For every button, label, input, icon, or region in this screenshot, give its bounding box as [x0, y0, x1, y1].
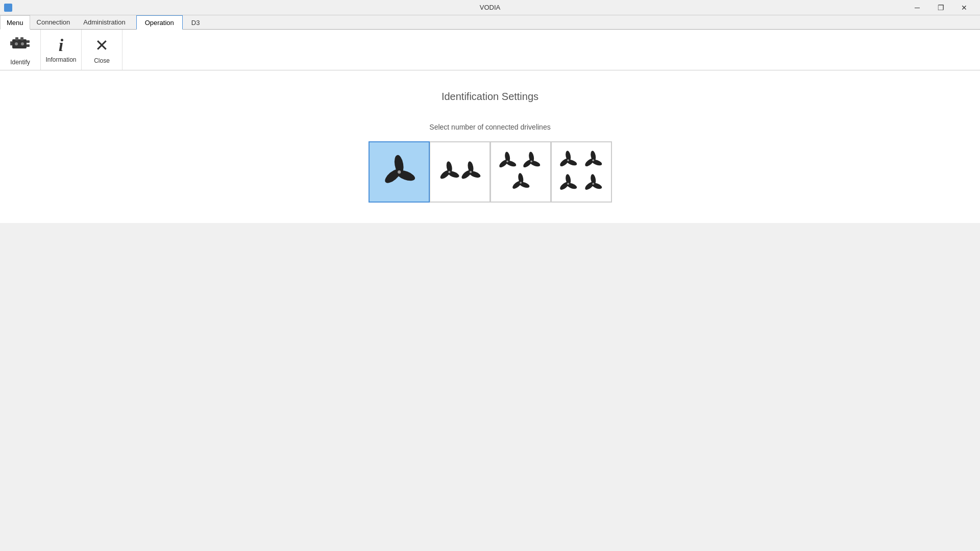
- driveline-option-2[interactable]: [429, 141, 491, 203]
- svg-rect-5: [27, 44, 30, 47]
- page-title: Identification Settings: [442, 91, 538, 103]
- svg-point-32: [530, 160, 532, 162]
- menu-item-administration[interactable]: Administration: [77, 15, 132, 29]
- tab-d3[interactable]: D3: [183, 15, 209, 29]
- svg-point-7: [21, 42, 24, 45]
- close-window-button[interactable]: ✕: [952, 0, 976, 15]
- toolbar-close[interactable]: ✕ Close: [82, 30, 122, 70]
- svg-point-37: [520, 182, 522, 184]
- app-title: VODIA: [480, 4, 500, 11]
- app-icon: [4, 4, 12, 12]
- svg-point-27: [506, 160, 508, 162]
- toolbar: Identify i Information ✕ Close: [0, 30, 980, 70]
- svg-point-57: [592, 183, 594, 185]
- svg-point-6: [15, 42, 18, 45]
- toolbar-information-label: Information: [45, 56, 76, 63]
- menu-item-connection[interactable]: Connection: [30, 15, 77, 29]
- driveline-option-3[interactable]: [490, 141, 551, 203]
- window-controls: ─ ❐ ✕: [905, 0, 976, 15]
- svg-point-42: [567, 159, 569, 161]
- driveline-option-4[interactable]: [551, 141, 612, 203]
- svg-point-47: [592, 159, 594, 161]
- svg-rect-4: [27, 40, 30, 43]
- driveline-option-1[interactable]: [369, 141, 430, 203]
- svg-rect-1: [15, 37, 18, 40]
- tab-operation[interactable]: Operation: [136, 15, 183, 30]
- minimize-button[interactable]: ─: [905, 0, 929, 15]
- svg-rect-3: [10, 41, 12, 45]
- main-content: Identification Settings Select number of…: [0, 70, 980, 223]
- toolbar-close-label: Close: [94, 57, 110, 64]
- toolbar-identify[interactable]: Identify: [0, 30, 41, 70]
- svg-point-12: [398, 170, 401, 173]
- toolbar-information[interactable]: i Information: [41, 30, 82, 70]
- svg-rect-0: [12, 39, 27, 48]
- identify-icon: [10, 34, 31, 57]
- title-bar-left: [4, 4, 12, 12]
- toolbar-identify-label: Identify: [10, 59, 30, 66]
- svg-point-17: [448, 171, 450, 173]
- restore-button[interactable]: ❐: [929, 0, 952, 15]
- close-icon: ✕: [95, 36, 109, 55]
- svg-point-22: [470, 171, 472, 173]
- menu-item-menu[interactable]: Menu: [0, 15, 30, 30]
- driveline-subtitle: Select number of connected drivelines: [429, 123, 550, 131]
- svg-point-52: [567, 183, 569, 185]
- title-bar: VODIA ─ ❐ ✕: [0, 0, 980, 15]
- info-icon: i: [59, 37, 63, 54]
- driveline-selector: [369, 141, 611, 203]
- svg-rect-2: [20, 37, 23, 40]
